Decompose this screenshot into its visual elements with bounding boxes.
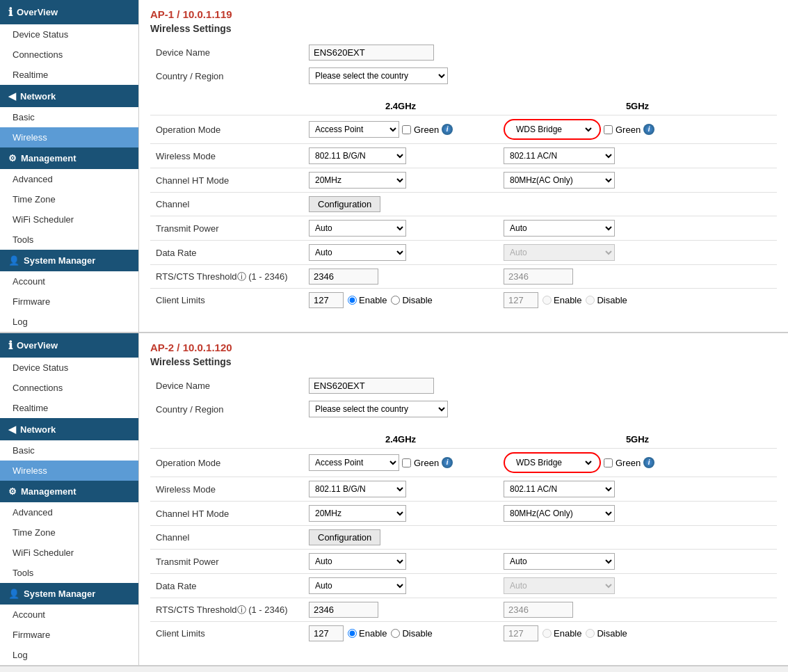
enable-5-radio[interactable] [542, 629, 552, 638]
select-24-2[interactable]: 20MHz [309, 172, 406, 189]
sidebar-overview-header[interactable]: ℹOverView [0, 333, 138, 358]
opmode-5-select[interactable]: WDS Bridge [510, 122, 594, 137]
country-region-select[interactable]: Please select the country [309, 67, 448, 84]
client-limit-24-input[interactable] [309, 292, 344, 308]
select-24-5[interactable]: Auto [309, 577, 406, 594]
green-5-checkbox[interactable] [604, 458, 613, 467]
disable-24-radio[interactable] [391, 629, 400, 638]
sidebar-item-log[interactable]: Log [0, 645, 138, 665]
enable-5-radio[interactable] [542, 296, 552, 305]
sidebar-item-device-status[interactable]: Device Status [0, 24, 138, 45]
device-name-input[interactable] [309, 45, 434, 61]
sidebar-item-advanced[interactable]: Advanced [0, 502, 138, 522]
sidebar-item-account[interactable]: Account [0, 271, 138, 291]
opmode-24-select[interactable]: Access Point [309, 121, 399, 138]
sidebar-item-tools[interactable]: Tools [0, 230, 138, 250]
management-label: Management [21, 153, 76, 163]
select-5-4[interactable]: Auto [504, 220, 615, 237]
sidebar-item-connections[interactable]: Connections [0, 378, 138, 398]
enable-24-radio[interactable] [348, 296, 357, 305]
frequency-header-row: 2.4GHz 5GHz [150, 431, 777, 449]
network-label: Network [20, 424, 56, 435]
green-5-checkbox[interactable] [604, 125, 613, 134]
sidebar-item-wifi-scheduler[interactable]: WiFi Scheduler [0, 543, 138, 563]
device-name-row: Device Name [150, 374, 777, 397]
enable-24-radio[interactable] [348, 629, 357, 638]
select-24-1[interactable]: 802.11 B/G/N [309, 147, 406, 164]
sidebar-network-header: ◀Network [0, 85, 138, 107]
freq-24-header: 2.4GHz [303, 97, 498, 115]
sidebar-overview-header[interactable]: ℹOverView [0, 0, 138, 24]
disable-24-radio[interactable] [391, 296, 400, 305]
input-24-6[interactable] [309, 269, 378, 285]
select-5-4[interactable]: Auto [504, 553, 615, 570]
row-label-0: Operation Mode [150, 449, 303, 477]
basic-settings-table: Device Name Country / Region Please sele… [150, 41, 777, 88]
sidebar-item-time-zone[interactable]: Time Zone [0, 189, 138, 209]
select-24-4[interactable]: Auto [309, 220, 406, 237]
sidebar-item-basic[interactable]: Basic [0, 107, 138, 127]
sidebar-item-realtime[interactable]: Realtime [0, 65, 138, 85]
settings-row-7: Client Limits Enable Disable [150, 289, 777, 312]
wds-highlight-5: WDS Bridge [504, 452, 601, 473]
select-5-5[interactable]: Auto [504, 244, 615, 261]
sidebar-item-log[interactable]: Log [0, 312, 138, 332]
sidebar-item-wireless[interactable]: Wireless [0, 461, 138, 481]
info-24-icon[interactable]: i [442, 124, 453, 135]
sidebar-item-tools[interactable]: Tools [0, 563, 138, 583]
country-region-select[interactable]: Please select the country [309, 401, 448, 417]
sidebar-item-firmware[interactable]: Firmware [0, 291, 138, 312]
sidebar-item-firmware[interactable]: Firmware [0, 625, 138, 645]
row-label-5: Data Rate [150, 241, 303, 265]
sidebar-item-account[interactable]: Account [0, 605, 138, 625]
green-24-checkbox[interactable] [402, 458, 411, 467]
freq-5-header: 5GHz [498, 97, 777, 115]
ap-title: AP-1 / 10.0.1.119 [150, 8, 777, 20]
settings-row-0: Operation Mode Access Point Green i [150, 449, 777, 477]
select-5-5[interactable]: Auto [504, 577, 615, 594]
info-5-icon[interactable]: i [643, 124, 654, 135]
info-24-icon[interactable]: i [442, 457, 453, 468]
network-icon: ◀ [8, 90, 16, 102]
select-5-1[interactable]: 802.11 AC/N [504, 481, 615, 497]
system-label: System Manager [24, 589, 95, 599]
row-label-2: Channel HT Mode [150, 168, 303, 193]
row-label-4: Transmit Power [150, 550, 303, 574]
opmode-24-select[interactable]: Access Point [309, 454, 399, 471]
sidebar-item-advanced[interactable]: Advanced [0, 169, 138, 189]
config-button-24[interactable]: Configuration [309, 196, 380, 212]
input-5-6 [504, 269, 573, 285]
row-label-1: Wireless Mode [150, 477, 303, 502]
frequency-settings-table: 2.4GHz 5GHz Operation Mode Access Point … [150, 431, 777, 645]
device-name-input[interactable] [309, 378, 434, 394]
sidebar-item-time-zone[interactable]: Time Zone [0, 522, 138, 543]
select-24-5[interactable]: Auto [309, 244, 406, 261]
sidebar-item-wifi-scheduler[interactable]: WiFi Scheduler [0, 209, 138, 230]
select-5-2[interactable]: 80MHz(AC Only) [504, 172, 615, 189]
sidebar-item-wireless[interactable]: Wireless [0, 127, 138, 147]
input-24-6[interactable] [309, 602, 378, 618]
disable-5-radio[interactable] [586, 296, 595, 305]
select-24-2[interactable]: 20MHz [309, 505, 406, 522]
info-5-icon[interactable]: i [643, 457, 654, 468]
client-limit-24-input[interactable] [309, 625, 344, 641]
opmode-5-select[interactable]: WDS Bridge [510, 455, 594, 470]
sidebar-item-device-status[interactable]: Device Status [0, 358, 138, 378]
row-label-7: Client Limits [150, 289, 303, 312]
sidebar-item-basic[interactable]: Basic [0, 440, 138, 461]
select-24-1[interactable]: 802.11 B/G/N [309, 481, 406, 497]
disable-5-radio[interactable] [586, 629, 595, 638]
wireless-settings-title: Wireless Settings [150, 356, 777, 367]
country-region-row: Country / Region Please select the count… [150, 397, 777, 421]
sidebar-item-realtime[interactable]: Realtime [0, 398, 138, 418]
select-24-4[interactable]: Auto [309, 553, 406, 570]
sidebar-system-header: 👤System Manager [0, 250, 138, 271]
settings-row-4: Transmit Power Auto Auto [150, 216, 777, 241]
settings-row-5: Data Rate Auto Auto [150, 574, 777, 598]
select-5-1[interactable]: 802.11 AC/N [504, 147, 615, 164]
row-label-6: RTS/CTS Thresholdⓘ (1 - 2346) [150, 265, 303, 289]
green-24-checkbox[interactable] [402, 125, 411, 134]
config-button-24[interactable]: Configuration [309, 529, 380, 545]
select-5-2[interactable]: 80MHz(AC Only) [504, 505, 615, 522]
sidebar-item-connections[interactable]: Connections [0, 45, 138, 65]
